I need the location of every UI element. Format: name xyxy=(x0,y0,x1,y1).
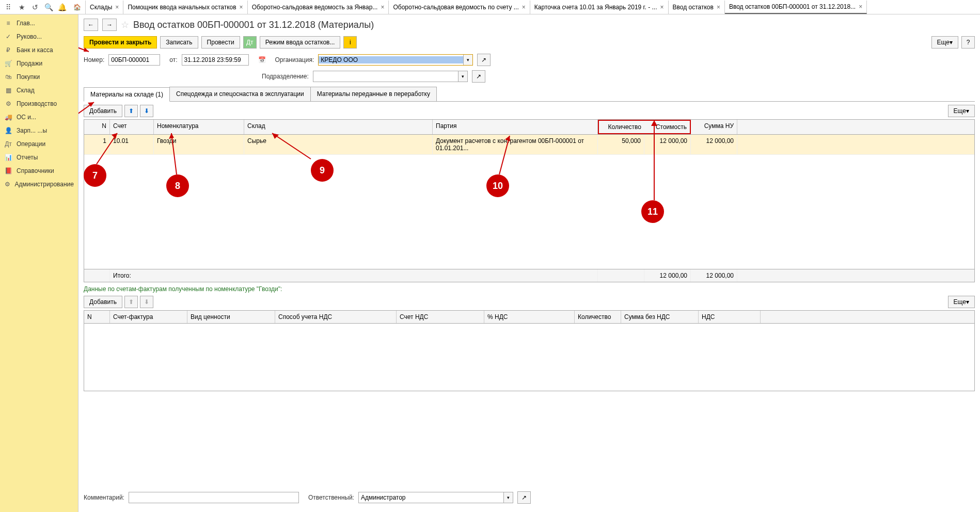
td-schet: 10.01 xyxy=(110,135,154,154)
sidebar-item[interactable]: 📊Отчеты xyxy=(0,151,78,164)
close-icon[interactable]: × xyxy=(522,4,526,11)
tab-label: Оборотно-сальдовая ведомость по счету ..… xyxy=(393,4,518,11)
close-icon[interactable]: × xyxy=(240,4,243,11)
close-icon[interactable]: × xyxy=(115,4,119,11)
search-icon[interactable]: 🔍 xyxy=(42,1,55,13)
more-button-2[interactable]: Еще ▾ xyxy=(948,105,975,117)
sidebar-item[interactable]: ⚙Администрирование xyxy=(0,178,78,191)
th2-n[interactable]: N xyxy=(84,311,110,323)
star-icon[interactable]: ★ xyxy=(15,1,28,13)
back-button[interactable]: ← xyxy=(84,19,98,31)
dropdown-icon[interactable]: ▾ xyxy=(503,492,513,503)
tab-nav-item[interactable]: Материалы на складе (1) xyxy=(84,87,170,102)
th2-sbn[interactable]: Сумма без НДС xyxy=(621,311,699,323)
th-nomen[interactable]: Номенклатура xyxy=(154,120,244,134)
nomer-input[interactable] xyxy=(108,54,160,66)
apps-icon[interactable]: ⠿ xyxy=(2,1,14,13)
th-stoim[interactable]: Стоимость xyxy=(644,120,691,134)
th2-pnds[interactable]: % НДС xyxy=(484,311,575,323)
info-icon-button[interactable]: i xyxy=(343,36,357,49)
sidebar-item[interactable]: 👤Зарп... ...ы xyxy=(0,124,78,137)
sidebar-item[interactable]: 📕Справочники xyxy=(0,164,78,178)
close-icon[interactable]: × xyxy=(660,4,663,11)
th2-sf[interactable]: Счет-фактура xyxy=(110,311,187,323)
add-button[interactable]: Добавить xyxy=(84,105,122,117)
more-button-3[interactable]: Еще ▾ xyxy=(948,296,975,308)
tab-nav-item[interactable]: Спецодежда и спецоснастка в эксплуатации xyxy=(169,87,311,101)
table-header: N Счет Номенклатура Склад Партия Количес… xyxy=(84,120,974,135)
add-button-2[interactable]: Добавить xyxy=(84,296,122,308)
materials-table: N Счет Номенклатура Склад Партия Количес… xyxy=(84,119,975,282)
sidebar-item[interactable]: 🛍Покупки xyxy=(0,70,78,84)
table-row[interactable]: 1 10.01 Гвозди Сырье Документ расчетов с… xyxy=(84,135,974,155)
th2-vc[interactable]: Вид ценности xyxy=(187,311,275,323)
th2-kol[interactable]: Количество xyxy=(575,311,621,323)
tab-label: Помощник ввода начальных остатков xyxy=(128,4,236,11)
th2-sun[interactable]: Способ учета НДС xyxy=(275,311,397,323)
th-n[interactable]: N xyxy=(84,120,110,134)
sidebar-item[interactable]: ⚙Производство xyxy=(0,97,78,110)
down-button[interactable]: ⬇ xyxy=(140,105,153,117)
th-summa[interactable]: Сумма НУ xyxy=(691,120,737,134)
sidebar-icon: 🛍 xyxy=(4,73,12,81)
tab-nav-item[interactable]: Материалы переданные в переработку xyxy=(310,87,437,101)
th-kol[interactable]: Количество xyxy=(598,120,644,134)
history-icon[interactable]: ↺ xyxy=(29,1,41,13)
page-title: Ввод остатков 00БП-000001 от 31.12.2018 … xyxy=(133,20,374,30)
callout-7: 7 xyxy=(84,164,106,187)
dropdown-icon[interactable]: ▾ xyxy=(463,55,472,65)
rezhim-button[interactable]: Режим ввода остатков... xyxy=(260,36,341,49)
td-stoim: 12 000,00 xyxy=(644,135,691,154)
sidebar-item[interactable]: 🛒Продажи xyxy=(0,57,78,70)
tab[interactable]: Ввод остатков× xyxy=(669,1,725,14)
komment-input[interactable] xyxy=(129,492,299,503)
zapisat-button[interactable]: Записать xyxy=(160,36,198,49)
sidebar-label: Справочники xyxy=(17,167,54,174)
provesti-button[interactable]: Провести xyxy=(201,36,240,49)
org-open-button[interactable]: ↗ xyxy=(477,54,491,66)
bell-icon[interactable]: 🔔 xyxy=(56,1,68,13)
sidebar-item[interactable]: ₽Банк и касса xyxy=(0,43,78,57)
sidebar-item[interactable]: 🚚ОС и... xyxy=(0,110,78,124)
th-sklad[interactable]: Склад xyxy=(244,120,433,134)
dropdown-icon[interactable]: ▾ xyxy=(458,71,467,82)
th2-snds[interactable]: Счет НДС xyxy=(397,311,484,323)
close-icon[interactable]: × xyxy=(381,4,384,11)
forward-button[interactable]: → xyxy=(102,19,117,31)
close-icon[interactable]: × xyxy=(717,4,720,11)
provesti-zakryt-button[interactable]: Провести и закрыть xyxy=(84,36,157,49)
otvet-open-button[interactable]: ↗ xyxy=(517,491,531,504)
close-icon[interactable]: × xyxy=(859,3,862,10)
up-button[interactable]: ⬆ xyxy=(124,105,138,117)
tab[interactable]: Ввод остатков 00БП-000001 от 31.12.2018.… xyxy=(725,1,867,14)
sidebar-item[interactable]: ≡Глав... xyxy=(0,17,78,30)
sidebar-label: Производство xyxy=(17,100,57,107)
more-button[interactable]: Еще ▾ xyxy=(931,36,958,49)
table-footer: Итого: 12 000,00 12 000,00 xyxy=(84,269,974,282)
podr-open-button[interactable]: ↗ xyxy=(472,70,485,83)
tab[interactable]: Оборотно-сальдовая ведомость по счету ..… xyxy=(389,1,530,14)
th-party[interactable]: Партия xyxy=(433,120,598,134)
tab[interactable]: Оборотно-сальдовая ведомость за Январ...… xyxy=(248,1,389,14)
home-tab[interactable]: 🏠 xyxy=(69,1,86,14)
tab[interactable]: Помощник ввода начальных остатков× xyxy=(123,1,247,14)
org-select[interactable]: КРЕДО ООО ▾ xyxy=(318,54,473,66)
tab[interactable]: Склады× xyxy=(86,1,123,14)
th-schet[interactable]: Счет xyxy=(110,120,154,134)
table2-body xyxy=(84,324,974,391)
up-button-2[interactable]: ⬆ xyxy=(124,296,138,308)
ot-input[interactable] xyxy=(182,54,249,66)
down-button-2[interactable]: ⬇ xyxy=(140,296,153,308)
help-button[interactable]: ? xyxy=(961,36,975,49)
otvet-select[interactable]: Администратор ▾ xyxy=(358,492,513,503)
tab[interactable]: Карточка счета 10.01 за Январь 2019 г. -… xyxy=(530,1,669,14)
table-body: 1 10.01 Гвозди Сырье Документ расчетов с… xyxy=(84,135,974,269)
dtkt-icon-button[interactable]: Дт xyxy=(243,36,257,49)
sidebar-item[interactable]: ▦Склад xyxy=(0,84,78,97)
org-label: Организация: xyxy=(275,56,314,63)
podr-select[interactable]: ▾ xyxy=(313,71,468,82)
fav-star-icon[interactable]: ☆ xyxy=(121,19,129,30)
sidebar-item[interactable]: ДтОперации xyxy=(0,137,78,151)
th2-nds[interactable]: НДС xyxy=(699,311,761,323)
sidebar-item[interactable]: ✓Руково... xyxy=(0,30,78,43)
